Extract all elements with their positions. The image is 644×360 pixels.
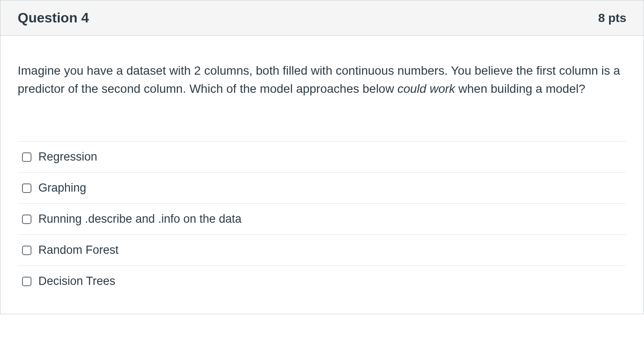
checkbox-icon[interactable] [22,277,31,286]
question-points: 8 pts [598,11,626,25]
answer-item: Graphing [18,172,626,203]
checkbox-icon[interactable] [22,152,31,162]
checkbox-icon[interactable] [22,183,31,193]
checkbox-icon[interactable] [22,246,31,255]
answer-label[interactable]: Regression [38,150,97,164]
answers-list: Regression Graphing Running .describe an… [18,141,626,297]
answer-item: Random Forest [18,234,626,265]
answer-item: Regression [18,141,626,172]
question-container: Question 4 8 pts Imagine you have a data… [0,0,644,314]
prompt-em: could work [397,82,455,95]
question-title: Question 4 [18,10,89,26]
checkbox-icon[interactable] [22,215,31,224]
question-body: Imagine you have a dataset with 2 column… [0,36,644,314]
answer-label[interactable]: Decision Trees [38,275,116,288]
answer-label[interactable]: Graphing [38,181,86,195]
answer-label[interactable]: Random Forest [38,243,119,257]
question-header: Question 4 8 pts [0,0,644,36]
answer-label[interactable]: Running .describe and .info on the data [38,212,241,226]
answer-item: Running .describe and .info on the data [18,203,626,234]
prompt-text-after: when building a model? [455,82,585,95]
answer-item: Decision Trees [18,265,626,297]
question-prompt: Imagine you have a dataset with 2 column… [18,62,626,98]
